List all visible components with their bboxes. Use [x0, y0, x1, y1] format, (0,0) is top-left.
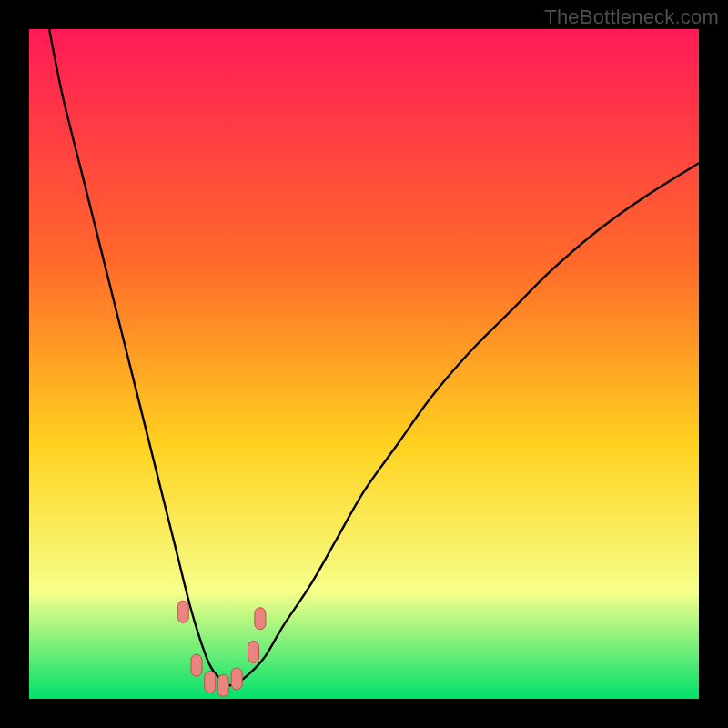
curve-marker [255, 608, 266, 630]
watermark-text: TheBottleneck.com [544, 5, 719, 29]
chart-frame [29, 29, 699, 699]
bottleneck-chart [29, 29, 699, 699]
curve-marker [231, 668, 242, 690]
curve-marker [191, 654, 202, 676]
curve-marker [248, 641, 259, 662]
curve-marker [217, 674, 228, 696]
curve-marker [177, 601, 188, 622]
curve-marker [205, 672, 216, 693]
